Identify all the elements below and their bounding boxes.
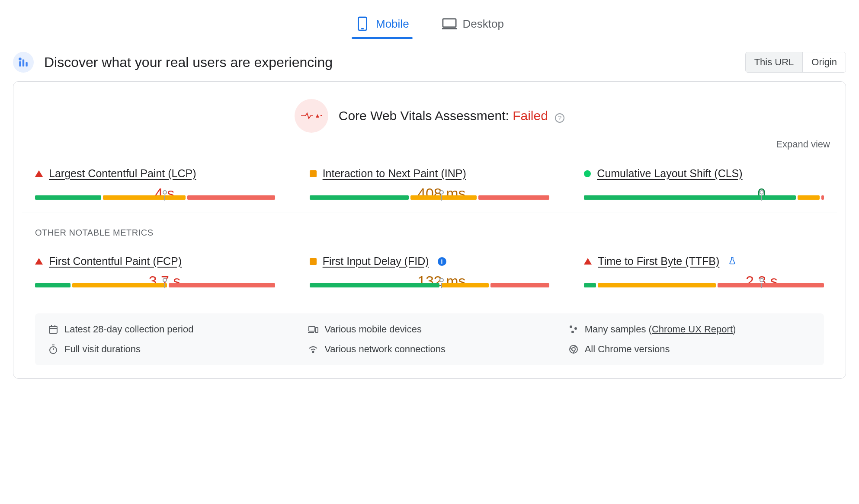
scope-toggle: This URL Origin <box>745 52 846 73</box>
other-metrics-label: OTHER NOTABLE METRICS <box>22 213 837 238</box>
flask-icon <box>728 256 737 267</box>
svg-rect-2 <box>442 19 455 27</box>
svg-rect-16 <box>315 328 318 332</box>
svg-point-18 <box>574 327 577 330</box>
info-icon[interactable]: i <box>438 257 446 266</box>
core-metric-1: Interaction to Next Paint (INP) 408 ms X <box>310 167 550 200</box>
footer-network: Various network connections <box>308 344 551 355</box>
wifi-icon <box>308 344 318 354</box>
triangle-red-icon <box>35 170 43 177</box>
metric-name-link[interactable]: First Input Delay (FID) <box>323 255 429 268</box>
svg-point-17 <box>570 325 572 328</box>
assessment-status: Failed <box>513 108 548 123</box>
crux-report-link[interactable]: Chrome UX Report <box>652 324 733 335</box>
metric-name-link[interactable]: Largest Contentful Paint (LCP) <box>49 167 196 180</box>
tab-desktop-label: Desktop <box>463 17 504 31</box>
tab-desktop[interactable]: Desktop <box>439 12 507 39</box>
footer-durations: Full visit durations <box>48 344 291 355</box>
bar-marker <box>439 278 444 282</box>
bar-marker <box>760 190 764 195</box>
pulse-icon <box>295 99 328 133</box>
vitals-card: Core Web Vitals Assessment: Failed ? Exp… <box>13 81 846 379</box>
distribution-bar <box>35 195 275 200</box>
scatter-icon <box>568 324 579 335</box>
assessment-label: Core Web Vitals Assessment: <box>339 108 509 123</box>
svg-rect-7 <box>26 62 27 67</box>
triangle-red-icon <box>584 258 592 265</box>
svg-point-4 <box>19 57 22 61</box>
core-metric-2: Cumulative Layout Shift (CLS) 0 X <box>584 167 824 200</box>
help-icon[interactable]: ? <box>555 113 564 123</box>
footer-samples: Many samples (Chrome UX Report) <box>568 324 811 335</box>
bar-marker <box>163 190 167 195</box>
header-row: Discover what your real users are experi… <box>0 39 859 81</box>
metric-name-link[interactable]: Cumulative Layout Shift (CLS) <box>597 167 742 180</box>
footer-devices: Various mobile devices <box>308 324 551 335</box>
devices-icon <box>308 324 318 335</box>
page-title: Discover what your real users are experi… <box>44 54 333 70</box>
svg-rect-10 <box>49 326 57 333</box>
distribution-bar <box>35 283 275 287</box>
desktop-icon <box>442 16 457 31</box>
svg-marker-8 <box>316 114 319 118</box>
calendar-icon <box>48 324 58 335</box>
toggle-origin[interactable]: Origin <box>802 52 846 72</box>
bar-marker <box>439 190 444 195</box>
distribution-bar <box>584 283 824 287</box>
distribution-bar <box>310 195 550 200</box>
circle-green-icon <box>584 170 591 177</box>
triangle-red-icon <box>35 258 43 265</box>
stopwatch-icon <box>48 344 58 354</box>
toggle-this-url[interactable]: This URL <box>746 52 803 72</box>
footer-period: Latest 28-day collection period <box>48 324 291 335</box>
expand-view-link[interactable]: Expand view <box>776 139 830 150</box>
svg-rect-14 <box>309 326 315 331</box>
other-metric-2: Time to First Byte (TTFB) 2.3 s X <box>584 255 824 287</box>
footer-info: Latest 28-day collection period Various … <box>35 313 824 365</box>
square-orange-icon <box>310 170 317 177</box>
tab-mobile[interactable]: Mobile <box>352 12 413 39</box>
bar-marker <box>163 278 167 282</box>
tab-mobile-label: Mobile <box>376 17 409 31</box>
other-metric-0: First Contentful Paint (FCP) 3.7 s X <box>35 255 275 287</box>
distribution-bar <box>310 283 550 287</box>
device-tabs: Mobile Desktop <box>0 0 859 39</box>
footer-versions: All Chrome versions <box>568 344 811 355</box>
svg-rect-6 <box>22 60 24 67</box>
metric-name-link[interactable]: Interaction to Next Paint (INP) <box>323 167 466 180</box>
svg-point-23 <box>313 351 314 353</box>
svg-rect-5 <box>19 61 21 67</box>
crux-icon <box>13 52 34 73</box>
assessment-text: Core Web Vitals Assessment: Failed ? <box>339 108 564 123</box>
other-metrics-grid: First Contentful Paint (FCP) 3.7 s X Fir… <box>22 238 837 305</box>
svg-rect-9 <box>321 115 322 116</box>
chrome-icon <box>568 344 579 354</box>
square-orange-icon <box>310 258 317 265</box>
metric-name-link[interactable]: Time to First Byte (TTFB) <box>598 255 719 268</box>
mobile-icon <box>355 16 370 31</box>
metric-name-link[interactable]: First Contentful Paint (FCP) <box>49 255 182 268</box>
svg-point-19 <box>571 331 574 333</box>
core-metric-0: Largest Contentful Paint (LCP) 4 s X <box>35 167 275 200</box>
assessment-row: Core Web Vitals Assessment: Failed ? <box>22 99 837 133</box>
distribution-bar <box>584 195 824 200</box>
core-metrics-grid: Largest Contentful Paint (LCP) 4 s X Int… <box>22 141 837 213</box>
bar-marker <box>760 278 764 282</box>
other-metric-1: First Input Delay (FID) i 132 ms X <box>310 255 550 287</box>
